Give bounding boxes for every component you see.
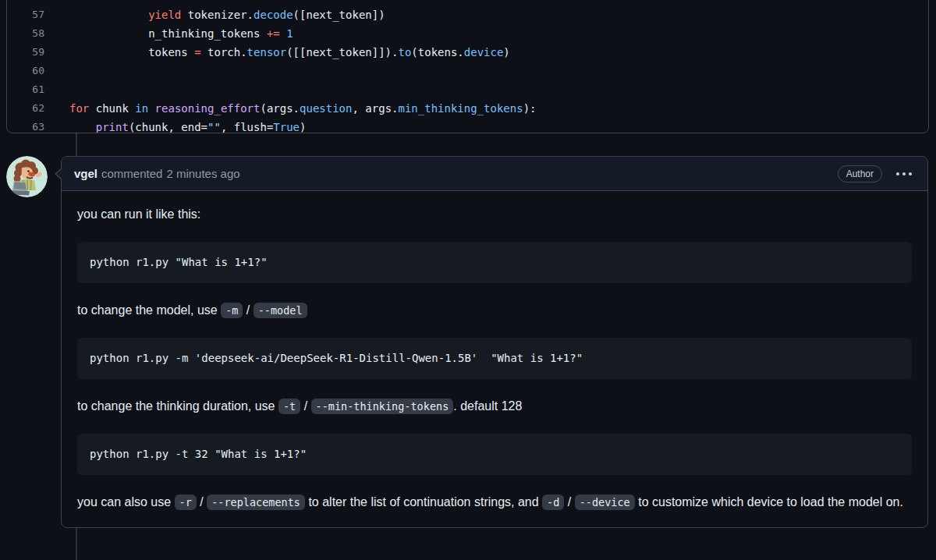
code-line: 63 print(chunk, end="", flush=True) [7, 118, 928, 133]
kebab-icon [895, 168, 913, 180]
inline-code-chip: -d [542, 494, 564, 510]
code-text: yield tokenizer.decode([next_token]) [54, 5, 385, 24]
comment-body: you can run it like this:python r1.py "W… [62, 191, 927, 527]
code-line: 61 [7, 80, 928, 99]
line-number[interactable]: 61 [7, 80, 54, 99]
comment-paragraph: you can run it like this: [77, 205, 912, 224]
inline-code-chip: --model [254, 303, 307, 318]
text-run: you can run it like this: [77, 207, 200, 221]
comment-options-button[interactable] [893, 165, 915, 183]
code-text: n_thinking_tokens += 1 [54, 24, 293, 43]
text-run: / [197, 495, 207, 509]
code-text: for chunk in reasoning_effort(args.quest… [54, 99, 537, 118]
text-run: to change the thinking duration, use [77, 399, 278, 413]
inline-code-chip: -r [175, 494, 197, 510]
line-number[interactable]: 63 [7, 118, 54, 133]
comment-timestamp-link[interactable]: 2 minutes ago [166, 167, 239, 180]
comment-paragraph: you can also use -r / --replacements to … [77, 493, 912, 512]
code-line: 62for chunk in reasoning_effort(args.que… [7, 99, 928, 118]
code-text: tokens = torch.tensor([[next_token]]).to… [54, 43, 510, 62]
code-line: 60 [7, 62, 928, 80]
comment-paragraph: to change the thinking duration, use -t … [77, 397, 912, 416]
text-run: to alter the list of continuation string… [305, 495, 542, 509]
line-number[interactable]: 59 [7, 43, 54, 62]
text-run: / [300, 399, 310, 413]
inline-code-chip: -t [278, 399, 300, 414]
code-text [54, 62, 69, 80]
comment-author-link[interactable]: vgel [74, 167, 98, 180]
code-line: 57 yield tokenizer.decode([next_token]) [7, 5, 928, 24]
text-run: / [564, 495, 574, 509]
code-lines: 57 yield tokenizer.decode([next_token])5… [7, 5, 928, 133]
comment-caret [55, 168, 62, 180]
comment-action-text: commented [101, 167, 162, 180]
inline-code-chip: --replacements [207, 494, 305, 510]
code-block: python r1.py "What is 1+1?" [77, 242, 912, 283]
line-number[interactable]: 58 [7, 24, 54, 43]
code-line: 58 n_thinking_tokens += 1 [7, 24, 928, 43]
code-block: python r1.py -t 32 "What is 1+1?" [77, 434, 912, 475]
text-run: to customize which device to load the mo… [635, 495, 903, 509]
author-badge: Author [838, 165, 882, 183]
text-run: to change the model, use [77, 303, 221, 317]
text-run: / [243, 303, 253, 317]
inline-code-chip: -m [221, 303, 243, 318]
comment-paragraph: to change the model, use -m / --model [77, 301, 912, 320]
avatar-illustration [6, 156, 48, 197]
code-block: python r1.py -m 'deepseek-ai/DeepSeek-R1… [77, 338, 912, 379]
avatar[interactable] [6, 156, 48, 197]
comment-header: vgel commented 2 minutes ago Author [62, 157, 927, 191]
code-text: print(chunk, end="", flush=True) [54, 118, 306, 133]
code-viewer: 57 yield tokenizer.decode([next_token])5… [6, 0, 929, 133]
inline-code-chip: --device [575, 494, 635, 510]
text-run: you can also use [77, 495, 175, 509]
line-number[interactable]: 57 [7, 5, 54, 24]
code-line: 59 tokens = torch.tensor([[next_token]])… [7, 43, 928, 62]
line-number[interactable]: 60 [7, 62, 54, 80]
comment: vgel commented 2 minutes ago Author you … [61, 156, 928, 528]
text-run: . default 128 [453, 399, 522, 413]
inline-code-chip: --min-thinking-tokens [311, 399, 454, 414]
line-number[interactable]: 62 [7, 99, 54, 118]
code-text [54, 80, 69, 99]
